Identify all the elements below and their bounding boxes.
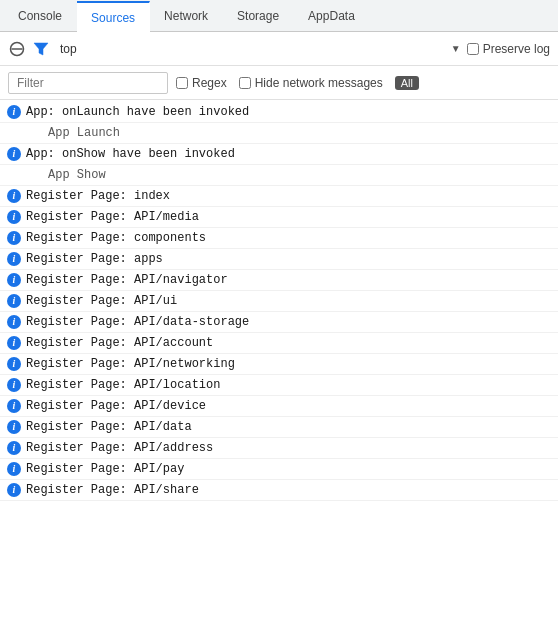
log-text: Register Page: components xyxy=(26,229,550,247)
tab-storage[interactable]: Storage xyxy=(223,0,294,31)
context-value: top xyxy=(56,40,81,58)
filter-input[interactable] xyxy=(8,72,168,94)
log-text: Register Page: apps xyxy=(26,250,550,268)
info-icon: i xyxy=(6,250,22,268)
log-entry: iRegister Page: API/media xyxy=(0,207,558,228)
log-text: Register Page: index xyxy=(26,187,550,205)
log-text: App Show xyxy=(48,166,550,184)
log-entry: iRegister Page: API/ui xyxy=(0,291,558,312)
log-text: Register Page: API/networking xyxy=(26,355,550,373)
info-icon: i xyxy=(6,460,22,478)
log-entry: iApp: onShow have been invoked xyxy=(0,144,558,165)
hide-network-checkbox[interactable] xyxy=(239,77,251,89)
log-text: Register Page: API/address xyxy=(26,439,550,457)
log-entry: iApp: onLaunch have been invoked xyxy=(0,102,558,123)
preserve-log-checkbox-container[interactable]: Preserve log xyxy=(467,42,550,56)
tab-sources[interactable]: Sources xyxy=(77,1,150,32)
log-entry: iRegister Page: API/account xyxy=(0,333,558,354)
info-icon: i xyxy=(6,292,22,310)
log-text: Register Page: API/location xyxy=(26,376,550,394)
log-text: App Launch xyxy=(48,124,550,142)
log-text: Register Page: API/share xyxy=(26,481,550,499)
log-text: Register Page: API/account xyxy=(26,334,550,352)
svg-marker-2 xyxy=(34,43,48,55)
log-text: Register Page: API/navigator xyxy=(26,271,550,289)
filter-icon[interactable] xyxy=(32,40,50,58)
info-icon: i xyxy=(6,208,22,226)
log-text: Register Page: API/data xyxy=(26,418,550,436)
tab-network[interactable]: Network xyxy=(150,0,223,31)
info-icon: i xyxy=(6,187,22,205)
log-entry: iRegister Page: components xyxy=(0,228,558,249)
no-entry-icon[interactable] xyxy=(8,40,26,58)
tab-bar: Console Sources Network Storage AppData xyxy=(0,0,558,32)
log-entry: iRegister Page: API/data-storage xyxy=(0,312,558,333)
log-text: App: onShow have been invoked xyxy=(26,145,550,163)
dropdown-arrow-icon[interactable]: ▼ xyxy=(451,43,461,54)
tab-console[interactable]: Console xyxy=(4,0,77,31)
info-icon: i xyxy=(6,355,22,373)
info-icon: i xyxy=(6,313,22,331)
log-entry: iRegister Page: API/networking xyxy=(0,354,558,375)
hide-network-option[interactable]: Hide network messages xyxy=(239,76,383,90)
log-text: Register Page: API/pay xyxy=(26,460,550,478)
all-badge[interactable]: All xyxy=(395,76,419,90)
log-entry: iRegister Page: API/device xyxy=(0,396,558,417)
info-icon: i xyxy=(6,145,22,163)
log-entry: iRegister Page: API/location xyxy=(0,375,558,396)
info-icon: i xyxy=(6,397,22,415)
tab-appdata[interactable]: AppData xyxy=(294,0,370,31)
toolbar: top ▼ Preserve log xyxy=(0,32,558,66)
preserve-log-label: Preserve log xyxy=(483,42,550,56)
regex-label: Regex xyxy=(192,76,227,90)
preserve-log-area: Preserve log xyxy=(467,42,550,56)
info-icon: i xyxy=(6,334,22,352)
log-entry: App Show xyxy=(0,165,558,186)
log-content: iApp: onLaunch have been invokedApp Laun… xyxy=(0,100,558,625)
hide-network-label: Hide network messages xyxy=(255,76,383,90)
log-text: App: onLaunch have been invoked xyxy=(26,103,550,121)
log-entry: iRegister Page: API/data xyxy=(0,417,558,438)
log-entry: iRegister Page: API/navigator xyxy=(0,270,558,291)
info-icon: i xyxy=(6,418,22,436)
log-entry: iRegister Page: API/share xyxy=(0,480,558,501)
log-text: Register Page: API/media xyxy=(26,208,550,226)
info-icon: i xyxy=(6,376,22,394)
log-text: Register Page: API/device xyxy=(26,397,550,415)
log-entry: iRegister Page: index xyxy=(0,186,558,207)
info-icon: i xyxy=(6,481,22,499)
regex-checkbox[interactable] xyxy=(176,77,188,89)
context-selector[interactable]: top ▼ xyxy=(56,40,461,58)
log-text: Register Page: API/data-storage xyxy=(26,313,550,331)
log-entry: iRegister Page: apps xyxy=(0,249,558,270)
log-entry: iRegister Page: API/pay xyxy=(0,459,558,480)
info-icon: i xyxy=(6,229,22,247)
filter-row: Regex Hide network messages All xyxy=(0,66,558,100)
info-icon: i xyxy=(6,103,22,121)
log-text: Register Page: API/ui xyxy=(26,292,550,310)
log-entry: App Launch xyxy=(0,123,558,144)
log-entry: iRegister Page: API/address xyxy=(0,438,558,459)
info-icon: i xyxy=(6,271,22,289)
preserve-log-checkbox[interactable] xyxy=(467,43,479,55)
regex-option[interactable]: Regex xyxy=(176,76,227,90)
filter-options: Regex Hide network messages All xyxy=(176,76,419,90)
info-icon: i xyxy=(6,439,22,457)
